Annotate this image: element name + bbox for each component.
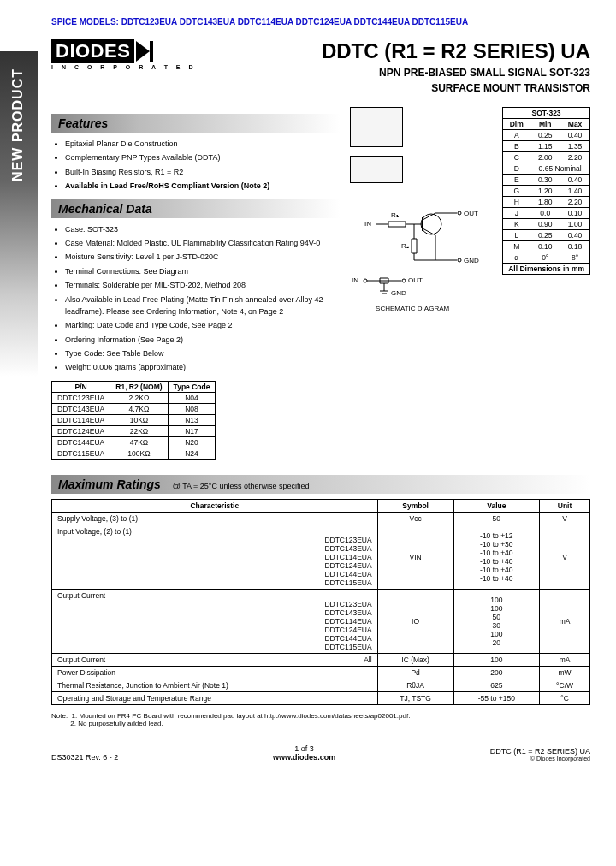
mech-item: Type Code: See Table Below	[65, 347, 340, 359]
feature-item: Available in Lead Free/RoHS Compliant Ve…	[65, 180, 340, 192]
footer-copyright: © Diodes Incorporated	[490, 756, 590, 762]
mech-item: Terminal Connections: See Diagram	[65, 265, 340, 277]
part-number-table: P/NR1, R2 (NOM)Type Code DDTC123EUA2.2KΩ…	[51, 381, 216, 460]
table-row: Operating and Storage and Temperature Ra…	[52, 691, 590, 704]
new-product-sidebar: NEW PRODUCT	[0, 51, 38, 377]
sidebar-label: NEW PRODUCT	[0, 51, 36, 199]
max-ratings-heading: Maximum Ratings @ TA = 25°C unless other…	[51, 475, 590, 494]
table-row: DDTC123EUA2.2KΩN04	[52, 392, 216, 403]
table-row: Output CurrentDDTC123EUADDTC143EUADDTC11…	[52, 589, 590, 653]
table-row: DDTC124EUA22KΩN17	[52, 425, 216, 436]
footer-part: DDTC (R1 = R2 SERIES) UA	[490, 747, 590, 756]
footer-url: www.diodes.com	[273, 753, 335, 762]
part-subtitle-2: SURFACE MOUNT TRANSISTOR	[322, 82, 590, 94]
table-row: Input Voltage, (2) to (1)DDTC123EUADDTC1…	[52, 525, 590, 589]
footer-page: 1 of 3	[273, 744, 335, 753]
table-row: D0.65 Nominal	[503, 163, 590, 175]
feature-item: Epitaxial Planar Die Construction	[65, 138, 340, 150]
dimensions-table: SOT-323 DimMinMax A0.250.40B1.151.35C2.0…	[502, 107, 590, 275]
schematic-simple: IN OUT GND	[350, 272, 435, 298]
svg-text:IN: IN	[352, 276, 358, 284]
table-row: A0.250.40	[503, 130, 590, 141]
mech-item: Ordering Information (See Page 2)	[65, 334, 340, 346]
feature-item: Complementary PNP Types Available (DDTA)	[65, 151, 340, 163]
diode-icon-bar	[150, 41, 153, 62]
table-row: Thermal Resistance, Junction to Ambient …	[52, 679, 590, 691]
svg-text:OUT: OUT	[464, 210, 478, 217]
mech-item: Moisture Sensitivity: Level 1 per J-STD-…	[65, 251, 340, 263]
table-row: K0.901.00	[503, 219, 590, 230]
table-row: B1.151.35	[503, 141, 590, 152]
table-row: Supply Voltage, (3) to (1)Vcc50V	[52, 512, 590, 525]
svg-text:R₁: R₁	[391, 211, 399, 219]
svg-point-19	[364, 279, 367, 282]
table-row: J0.00.10	[503, 208, 590, 219]
mechanical-heading: Mechanical Data	[51, 199, 340, 218]
svg-point-21	[402, 279, 406, 282]
table-row: L0.250.40	[503, 230, 590, 241]
schematic-label: SCHEMATIC DIAGRAM	[376, 305, 483, 312]
schematic-diagram: IN R₁ R₂	[363, 192, 483, 269]
part-subtitle-1: NPN PRE-BIASED SMALL SIGNAL SOT-323	[322, 67, 590, 79]
svg-point-16	[458, 258, 461, 262]
svg-text:GND: GND	[391, 289, 406, 297]
package-diagram	[350, 107, 483, 147]
spice-models-header: SPICE MODELS: DDTC123EUA DDTC143EUA DDTC…	[51, 17, 590, 27]
footer-revision: DS30321 Rev. 6 - 2	[51, 753, 118, 762]
svg-text:GND: GND	[464, 257, 479, 264]
brand-logo: DIODES I N C O R P O R A T E D	[51, 39, 197, 70]
table-row: DDTC144EUA47KΩN20	[52, 436, 216, 448]
svg-text:OUT: OUT	[408, 276, 423, 284]
svg-text:IN: IN	[364, 220, 371, 228]
mechanical-list: Case: SOT-323Case Material: Molded Plast…	[65, 223, 340, 374]
table-row: G1.201.40	[503, 186, 590, 197]
mech-item: Weight: 0.006 grams (approximate)	[65, 361, 340, 373]
table-row: H1.802.20	[503, 197, 590, 208]
svg-point-12	[458, 211, 461, 215]
svg-text:R₂: R₂	[401, 242, 409, 250]
mech-item: Marking: Date Code and Type Code, See Pa…	[65, 319, 340, 331]
logo-text: DIODES	[51, 39, 134, 63]
logo-subtitle: I N C O R P O R A T E D	[51, 64, 197, 70]
table-row: C2.002.20	[503, 152, 590, 163]
table-row: Output CurrentAllIC (Max)100mA	[52, 653, 590, 666]
page-footer: DS30321 Rev. 6 - 2 1 of 3 www.diodes.com…	[51, 744, 590, 762]
mech-item: Terminals: Solderable per MIL-STD-202, M…	[65, 279, 340, 291]
table-row: Power DissipationPd200mW	[52, 666, 590, 679]
notes: Note: 1. Mounted on FR4 PC Board with re…	[51, 712, 590, 727]
part-title: DDTC (R1 = R2 SERIES) UA	[322, 39, 590, 63]
feature-item: Built-In Biasing Resistors, R1 = R2	[65, 166, 340, 178]
mech-item: Case Material: Molded Plastic. UL Flamma…	[65, 237, 340, 249]
diode-icon	[136, 41, 150, 62]
svg-point-7	[421, 214, 441, 234]
table-row: M0.100.18	[503, 241, 590, 252]
table-row: DDTC115EUA100KΩN24	[52, 448, 216, 459]
table-row: DDTC114EUA10KΩN13	[52, 414, 216, 425]
features-list: Epitaxial Planar Die ConstructionComplem…	[65, 138, 340, 193]
mech-item: Case: SOT-323	[65, 223, 340, 235]
mech-item: Also Available in Lead Free Plating (Mat…	[65, 294, 340, 318]
table-row: DDTC143EUA4.7KΩN08	[52, 403, 216, 414]
max-ratings-table: CharacteristicSymbolValueUnit Supply Vol…	[51, 499, 590, 705]
features-heading: Features	[51, 114, 340, 133]
table-row: α0°8°	[503, 252, 590, 264]
table-row: E0.300.40	[503, 175, 590, 186]
